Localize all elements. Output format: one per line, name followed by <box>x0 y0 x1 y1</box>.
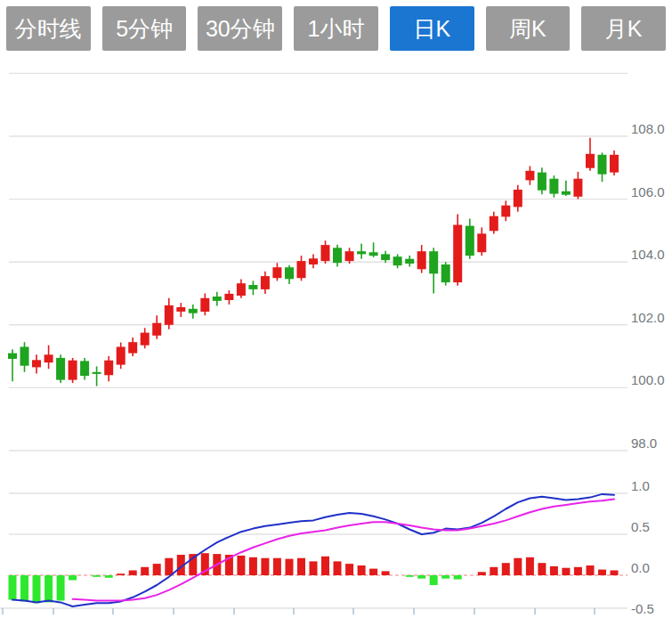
macd-bar <box>490 567 498 575</box>
macd-bar <box>345 564 353 575</box>
candle-body <box>309 258 318 264</box>
candle-body <box>93 372 101 374</box>
macd-bar <box>20 575 28 601</box>
macd-bar <box>297 558 305 575</box>
candle-body <box>393 256 402 265</box>
macd-bar <box>310 561 318 575</box>
macd-bar <box>611 571 619 576</box>
macd-bar <box>57 575 65 601</box>
candle-body <box>453 225 462 283</box>
candle-body <box>32 360 41 367</box>
candle-body <box>441 264 450 282</box>
tab-timeframe-2[interactable]: 30分钟 <box>198 6 282 51</box>
candle-body <box>477 233 486 252</box>
candle-body <box>152 323 161 336</box>
macd-bar <box>334 561 342 575</box>
macd-axis-label: -0.5 <box>631 601 654 616</box>
timeframe-tabbar: 分时线5分钟30分钟1小时日K周K月K <box>6 6 666 51</box>
macd-bar <box>358 565 366 575</box>
tab-timeframe-3[interactable]: 1小时 <box>294 6 378 51</box>
macd-bar <box>382 571 390 575</box>
price-axis-label: 108.0 <box>631 121 665 136</box>
candle-body <box>104 361 113 376</box>
candle-body <box>248 285 257 289</box>
candle-body <box>466 226 474 256</box>
candle-body <box>176 307 185 312</box>
candle-body <box>381 254 390 260</box>
candle-body <box>8 354 17 359</box>
macd-bar <box>129 571 137 576</box>
macd-bar <box>538 563 546 575</box>
candle-body <box>297 261 306 278</box>
candle-body <box>20 347 29 366</box>
macd-bar <box>550 566 558 575</box>
candle-body <box>610 155 619 173</box>
macd-bar <box>153 564 161 575</box>
macd-bar <box>249 557 257 575</box>
macd-bar <box>69 575 77 581</box>
macd-bar <box>598 570 606 575</box>
candle-body <box>357 251 366 254</box>
candle-body <box>224 294 233 300</box>
macd-bar <box>406 575 414 577</box>
candle-body <box>128 342 137 353</box>
candle-body <box>213 297 222 301</box>
tab-timeframe-5[interactable]: 周K <box>486 6 571 51</box>
candle-body <box>117 347 125 365</box>
candle-body <box>573 179 582 197</box>
candle-body <box>501 206 510 217</box>
macd-bar <box>286 559 294 575</box>
price-axis-label: 104.0 <box>631 247 665 262</box>
candle-body <box>490 216 498 232</box>
macd-bar <box>574 567 582 575</box>
candle-body <box>429 251 438 273</box>
kline-app: 分时线5分钟30分钟1小时日K周K月K 108.0106.0104.0102.0… <box>0 0 672 618</box>
macd-axis-label: 0.0 <box>631 560 650 575</box>
macd-axis-label: 0.5 <box>631 519 650 534</box>
candle-body <box>417 251 426 269</box>
macd-bar <box>417 575 425 579</box>
macd-panel: 1.00.50.0-0.5 <box>0 478 654 616</box>
kline-chart[interactable]: 108.0106.0104.0102.0100.098.0 1.00.50.0-… <box>0 0 672 618</box>
macd-bar <box>141 567 149 575</box>
tab-timeframe-6[interactable]: 月K <box>581 6 666 51</box>
candle-body <box>369 252 378 256</box>
candle-body <box>345 251 354 261</box>
candle-body <box>333 248 342 263</box>
macd-bar <box>502 563 510 575</box>
macd-bar <box>587 565 595 575</box>
macd-bar <box>273 558 281 575</box>
candle-body <box>586 154 595 168</box>
macd-bar <box>105 575 113 578</box>
candle-body <box>405 259 414 264</box>
tab-timeframe-4[interactable]: 日K <box>390 6 474 51</box>
macd-bar <box>165 558 173 575</box>
price-axis-label: 102.0 <box>631 310 665 325</box>
candle-body <box>272 267 281 278</box>
macd-bar <box>321 557 329 575</box>
price-axis-label: 100.0 <box>631 372 665 387</box>
candle-body <box>525 171 534 181</box>
macd-bar <box>562 568 570 575</box>
macd-bar <box>441 575 449 579</box>
macd-bar <box>369 569 377 575</box>
macd-axis-label: 1.0 <box>631 478 650 493</box>
candle-body <box>562 191 571 195</box>
candle-body <box>80 361 89 376</box>
candle-body <box>514 190 522 207</box>
macd-bar <box>45 575 53 602</box>
macd-bar <box>237 556 245 575</box>
candle-body <box>189 309 198 313</box>
candle-body <box>45 354 53 362</box>
dif-line <box>12 494 614 606</box>
macd-bar <box>478 572 486 575</box>
candle-body <box>200 298 209 312</box>
macd-bar <box>430 575 438 585</box>
candle-body <box>321 245 330 261</box>
candle-body <box>237 283 246 296</box>
price-panel: 108.0106.0104.0102.0100.098.0 <box>8 73 665 451</box>
candle-body <box>69 361 77 380</box>
macd-bar <box>514 558 522 575</box>
tab-timeframe-1[interactable]: 5分钟 <box>102 6 187 51</box>
tab-timeframe-0[interactable]: 分时线 <box>6 6 91 51</box>
